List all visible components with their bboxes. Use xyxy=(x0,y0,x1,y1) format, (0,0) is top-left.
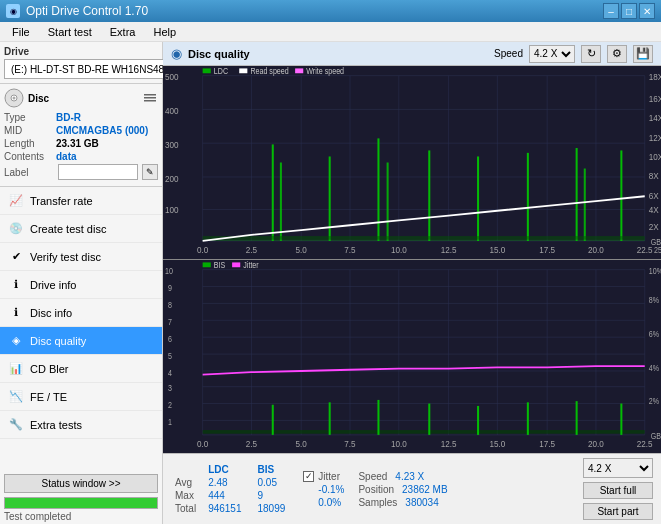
svg-text:500: 500 xyxy=(165,72,179,83)
cd-bler-icon: 📊 xyxy=(8,361,24,377)
label-input[interactable] xyxy=(58,164,138,180)
nav-drive-info[interactable]: ℹ Drive info xyxy=(0,271,162,299)
disc-info-icon: ℹ xyxy=(8,305,24,321)
mid-value: CMCMAGBA5 (000) xyxy=(56,125,148,136)
svg-rect-5 xyxy=(144,100,156,102)
mid-label: MID xyxy=(4,125,56,136)
start-part-button[interactable]: Start part xyxy=(583,503,653,520)
svg-text:Write speed: Write speed xyxy=(306,67,344,77)
menu-start-test[interactable]: Start test xyxy=(40,24,100,40)
speed-select-stats[interactable]: 4.2 X xyxy=(583,458,653,478)
svg-rect-61 xyxy=(203,236,645,240)
max-bis: 9 xyxy=(250,489,294,502)
svg-rect-6 xyxy=(163,66,661,259)
transfer-rate-icon: 📈 xyxy=(8,193,24,209)
sidebar: Drive (E:) HL-DT-ST BD-RE WH16NS48 1.D3 … xyxy=(0,42,163,524)
svg-text:16X: 16X xyxy=(649,94,661,105)
ldc-header: LDC xyxy=(200,463,249,476)
nav-disc-info[interactable]: ℹ Disc info xyxy=(0,299,162,327)
menu-extra[interactable]: Extra xyxy=(102,24,144,40)
jitter-checkbox[interactable]: ✓ xyxy=(303,471,314,482)
svg-text:4X: 4X xyxy=(649,205,659,216)
svg-text:10%: 10% xyxy=(649,267,661,277)
svg-text:LDC: LDC xyxy=(214,67,229,77)
save-button[interactable]: 💾 xyxy=(633,45,653,63)
speed-label-stat: Speed xyxy=(358,471,387,482)
sidebar-bottom: Status window >> Test completed xyxy=(0,470,162,524)
speed-select-header[interactable]: 4.2 X xyxy=(529,45,575,63)
extra-tests-icon: 🔧 xyxy=(8,417,24,433)
title-bar: ◉ Opti Drive Control 1.70 – □ ✕ xyxy=(0,0,661,22)
total-bis: 18099 xyxy=(250,502,294,515)
svg-rect-123 xyxy=(576,401,578,435)
config-button[interactable]: ⚙ xyxy=(607,45,627,63)
svg-rect-50 xyxy=(272,144,274,241)
svg-text:8: 8 xyxy=(168,301,172,311)
svg-rect-68 xyxy=(163,260,661,453)
avg-label: Avg xyxy=(171,476,200,489)
svg-text:17.5: 17.5 xyxy=(539,438,555,449)
nav-create-test[interactable]: 💿 Create test disc xyxy=(0,215,162,243)
svg-text:400: 400 xyxy=(165,106,179,117)
jitter-label: Jitter xyxy=(318,471,340,482)
status-window-button[interactable]: Status window >> xyxy=(4,474,158,493)
chart-title-icon: ◉ xyxy=(171,46,182,61)
top-chart: 500 400 300 200 100 18X 16X 14X 12X 10X … xyxy=(163,66,661,260)
svg-text:12.5: 12.5 xyxy=(441,438,457,449)
svg-rect-118 xyxy=(329,402,331,435)
menu-help[interactable]: Help xyxy=(145,24,184,40)
progress-bar-fill xyxy=(5,498,157,508)
menu-file[interactable]: File xyxy=(4,24,38,40)
nav-cd-bler[interactable]: 📊 CD Bler xyxy=(0,355,162,383)
minimize-button[interactable]: – xyxy=(603,3,619,19)
svg-text:20.0: 20.0 xyxy=(588,244,604,255)
samples-label: Samples xyxy=(358,497,397,508)
max-ldc: 444 xyxy=(200,489,249,502)
svg-rect-4 xyxy=(144,97,156,99)
top-chart-svg: 500 400 300 200 100 18X 16X 14X 12X 10X … xyxy=(163,66,661,259)
svg-text:15.0: 15.0 xyxy=(489,244,505,255)
nav-disc-quality[interactable]: ◈ Disc quality xyxy=(0,327,162,355)
svg-text:20.0: 20.0 xyxy=(588,438,604,449)
position-label: Position xyxy=(358,484,394,495)
nav-fe-te[interactable]: 📉 FE / TE xyxy=(0,383,162,411)
svg-rect-122 xyxy=(527,402,529,435)
total-label: Total xyxy=(171,502,200,515)
length-value: 23.31 GB xyxy=(56,138,99,149)
nav-verify-test[interactable]: ✔ Verify test disc xyxy=(0,243,162,271)
label-label: Label xyxy=(4,167,54,178)
label-edit-button[interactable]: ✎ xyxy=(142,164,158,180)
svg-text:1: 1 xyxy=(168,418,172,428)
title-bar-left: ◉ Opti Drive Control 1.70 xyxy=(6,4,148,18)
disc-header: Disc xyxy=(4,88,158,108)
svg-text:GB: GB xyxy=(651,237,661,247)
start-full-button[interactable]: Start full xyxy=(583,482,653,499)
maximize-button[interactable]: □ xyxy=(621,3,637,19)
nav-transfer-rate[interactable]: 📈 Transfer rate xyxy=(0,187,162,215)
nav-section: 📈 Transfer rate 💿 Create test disc ✔ Ver… xyxy=(0,187,162,470)
contents-label: Contents xyxy=(4,151,56,162)
nav-verify-test-label: Verify test disc xyxy=(30,251,101,263)
svg-text:7.5: 7.5 xyxy=(344,438,355,449)
position-value: 23862 MB xyxy=(402,484,448,495)
chart-title-row: ◉ Disc quality xyxy=(171,46,250,61)
refresh-button[interactable]: ↻ xyxy=(581,45,601,63)
close-button[interactable]: ✕ xyxy=(639,3,655,19)
drive-select-row: (E:) HL-DT-ST BD-RE WH16NS48 1.D3 ⏏ xyxy=(4,59,158,79)
svg-text:18X: 18X xyxy=(649,72,661,83)
svg-text:200: 200 xyxy=(165,173,179,184)
samples-value: 380034 xyxy=(405,497,438,508)
svg-text:6%: 6% xyxy=(649,330,659,340)
svg-text:14X: 14X xyxy=(649,113,661,124)
fe-te-icon: 📉 xyxy=(8,389,24,405)
app-title: Opti Drive Control 1.70 xyxy=(26,4,148,18)
speed-controls: Speed 4.2 X ↻ ⚙ 💾 xyxy=(494,45,653,63)
svg-rect-64 xyxy=(239,68,247,73)
stats-bar: LDC BIS Avg 2.48 0.05 Max 444 9 Total 94… xyxy=(163,453,661,524)
svg-rect-117 xyxy=(272,405,274,435)
disc-icon xyxy=(4,88,24,108)
svg-rect-62 xyxy=(203,68,211,73)
disc-menu-icon xyxy=(142,90,158,106)
nav-extra-tests[interactable]: 🔧 Extra tests xyxy=(0,411,162,439)
svg-rect-121 xyxy=(477,406,479,435)
